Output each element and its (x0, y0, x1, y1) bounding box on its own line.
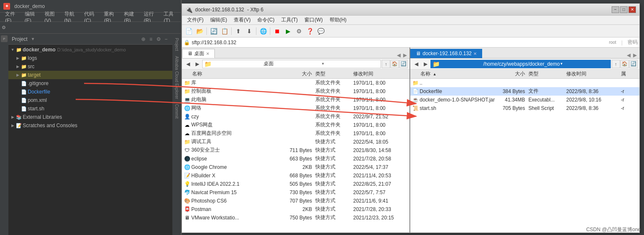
local-col-type[interactable]: 类型 (315, 70, 353, 77)
remote-col-name[interactable]: 名称 ▲ (412, 70, 495, 77)
remote-nav-forward[interactable]: ▶ (421, 60, 430, 68)
remote-file-row[interactable]: 📁 .. (410, 79, 639, 87)
xftp-minimize-button[interactable]: − (612, 6, 619, 13)
xftp-address-input[interactable] (192, 40, 607, 45)
remote-col-date[interactable]: 修改时间 (566, 70, 621, 77)
xftp-remote-tab[interactable]: 🖥 docker-192.168.0.132 ✕ (410, 49, 482, 58)
xftp-local-tab-left-arrow[interactable]: ◀ (396, 52, 401, 58)
toolbar-icon1[interactable]: ⚙ (2, 25, 6, 30)
toolbar-btn-copy[interactable]: 📋 (219, 27, 230, 36)
xftp-menu-file[interactable]: 文件(F) (184, 16, 207, 24)
xftp-local-tab-right-arrow[interactable]: ▶ (402, 52, 408, 58)
remote-action-home[interactable]: 🏠 (620, 60, 629, 68)
tree-item-root[interactable]: ▼ 📁 docker_demo D:\idea_java_study\docke… (8, 45, 172, 54)
tree-item-startsh[interactable]: 📄 start.sh (8, 104, 172, 113)
xftp-maximize-button[interactable]: □ (620, 6, 628, 13)
tree-item-src[interactable]: ▶ 📁 src (8, 62, 172, 71)
project-dropdown-arrow[interactable]: ▼ (31, 37, 35, 41)
local-nav-back[interactable]: ◀ (184, 60, 192, 68)
local-file-row[interactable]: 🎨 Photoshop CS6 707 Bytes 快捷方式 2021/11/6… (182, 197, 409, 205)
local-file-row[interactable]: 👤 czy 系统文件夹 2022/9/7, 21:52 (182, 112, 409, 121)
local-file-row[interactable]: 📁 库 系统文件夹 1970/1/1, 8:00 (182, 79, 409, 87)
toolbar-btn-msg[interactable]: 💬 (316, 27, 326, 36)
local-file-row[interactable]: ☁ 百度网盘同步空间 系统文件夹 1970/1/1, 8:00 (182, 129, 409, 138)
tree-item-external[interactable]: ▶ 📚 External Libraries (8, 113, 172, 121)
remote-action-refresh[interactable]: 🔄 (629, 60, 638, 68)
project-settings-icon[interactable]: ⚙ (156, 36, 161, 42)
toolbar-btn-globe[interactable]: 🌐 (258, 27, 268, 36)
project-locate-icon[interactable]: ⊕ (140, 36, 146, 42)
local-col-size[interactable]: 大小 (282, 70, 315, 77)
toolbar-btn-upload[interactable]: ⬆ (233, 27, 243, 36)
local-file-row[interactable]: 💡 IntelliJ IDEA 2022.2.1 505 Bytes 快捷方式 … (182, 180, 409, 188)
remote-path-dropdown[interactable]: 📁 /home/czy/webapps/docker_demo ▼ (430, 60, 611, 68)
tree-item-scratches[interactable]: ▶ 📝 Scratches and Consoles (8, 121, 172, 130)
tree-item-target[interactable]: ▶ 📁 target (8, 71, 172, 79)
ide-sidebar-icons: P (0, 34, 8, 235)
tree-item-pom[interactable]: 📄 pom.xml (8, 96, 172, 104)
remote-file-row[interactable]: 📄 Dockerfile 384 Bytes 文件 2022/9/8, 8:36… (410, 87, 639, 96)
remote-action-up[interactable]: ↑ (612, 60, 620, 68)
local-path-dropdown[interactable]: 📁 桌面 ▼ (202, 60, 381, 68)
local-nav-forward[interactable]: ▶ (193, 60, 201, 68)
toolbar-btn-refresh[interactable]: 🔄 (209, 27, 219, 36)
xftp-menu-view[interactable]: 查看(V) (230, 16, 254, 24)
xftp-menu-command[interactable]: 命令(C) (254, 16, 278, 24)
tree-item-logs[interactable]: ▶ 📁 logs (8, 54, 172, 62)
xftp-local-tab[interactable]: 🖥 桌面 ✕ (182, 49, 215, 58)
remote-col-attr[interactable]: 属 (621, 70, 638, 77)
sidebar-tab-project[interactable]: Project (174, 35, 180, 53)
local-file-row[interactable]: 🐬 Navicat Premium 15 730 Bytes 快捷方式 2022… (182, 188, 409, 197)
remote-nav-back[interactable]: ◀ (412, 60, 420, 68)
toolbar-btn-green[interactable]: ▶ (283, 27, 293, 36)
xftp-menu-tools[interactable]: 工具(T) (278, 16, 301, 24)
xftp-menu-edit[interactable]: 编辑(E) (207, 16, 230, 24)
xftp-menu-window[interactable]: 窗口(W) (301, 16, 326, 24)
toolbar-btn-download[interactable]: ⬇ (244, 27, 254, 36)
remote-file-row[interactable]: 📜 start.sh 705 Bytes Shell Script 2022/9… (410, 104, 639, 112)
local-file-row[interactable]: 🌑 eclipse 663 Bytes 快捷方式 2021/7/28, 20:5… (182, 155, 409, 163)
xftp-remote-tab-right-arrow[interactable]: ▶ (632, 52, 638, 58)
toolbar-btn-settings[interactable]: ⚙ (294, 27, 304, 36)
local-action-up[interactable]: ↑ (382, 60, 390, 68)
sidebar-icon-project[interactable]: P (1, 35, 8, 42)
tree-item-dockerfile[interactable]: 📄 Dockerfile (8, 88, 172, 96)
local-action-refresh[interactable]: 🔄 (399, 60, 408, 68)
local-col-date[interactable]: 修改时间 (353, 70, 408, 77)
xftp-remote-tab-left-arrow[interactable]: ◀ (626, 52, 631, 58)
local-file-size: 2KB (282, 206, 315, 212)
local-action-home[interactable]: 🏠 (391, 60, 399, 68)
remote-file-row[interactable]: ☕ docker_demo-1.0-SNAPSHOT.jar 41.34MB E… (410, 96, 639, 104)
xftp-local-file-list: 📁 库 系统文件夹 1970/1/1, 8:00 📁 控制面板 系统文件夹 19… (182, 79, 409, 232)
local-file-row[interactable]: 🌐 网络 系统文件夹 1970/1/1, 8:00 (182, 104, 409, 112)
toolbar-btn-help[interactable]: ❓ (305, 27, 315, 36)
remote-col-name-text: 名称 (420, 71, 430, 77)
local-file-row[interactable]: 💻 此电脑 系统文件夹 1970/1/1, 8:00 (182, 96, 409, 104)
sidebar-tab-commit[interactable]: Commit (174, 101, 180, 121)
local-file-row[interactable]: 📁 调试工具 快捷方式 2022/5/4, 18:05 (182, 138, 409, 146)
sidebar-tab-alibaba[interactable]: Alibaba Cloud Explorer (174, 53, 180, 101)
local-file-row[interactable]: 📮 Postman 2KB 快捷方式 2021/7/28, 20:33 (182, 205, 409, 214)
local-file-row[interactable]: ☁ WPS网盘 系统文件夹 1970/1/1, 8:00 (182, 121, 409, 129)
project-collapse-icon[interactable]: ≡ (148, 36, 154, 42)
toolbar-btn-open[interactable]: 📂 (195, 27, 205, 36)
local-file-row[interactable]: 🖥 VMware Workstatio... 750 Bytes 快捷方式 20… (182, 214, 409, 222)
xftp-local-tab-close[interactable]: ✕ (206, 51, 209, 56)
local-file-size: 707 Bytes (282, 198, 315, 204)
xftp-remote-tab-close[interactable]: ✕ (473, 51, 477, 56)
local-file-row[interactable]: 📝 HBuilder X 668 Bytes 快捷方式 2021/11/4, 2… (182, 171, 409, 180)
remote-col-size[interactable]: 大小 (495, 70, 528, 77)
xftp-menu-help[interactable]: 帮助(H) (326, 16, 350, 24)
project-close-icon[interactable]: − (163, 36, 169, 42)
local-file-row[interactable]: 📁 控制面板 系统文件夹 1970/1/1, 8:00 (182, 87, 409, 96)
tree-item-gitignore[interactable]: 📄 .gitignore (8, 79, 172, 88)
local-file-size: 505 Bytes (282, 181, 315, 187)
remote-col-type[interactable]: 类型 (528, 70, 566, 77)
xftp-close-button[interactable]: ✕ (628, 6, 636, 13)
toolbar-btn-stop[interactable]: ⏹ (272, 27, 282, 36)
toolbar-btn-new[interactable]: 📄 (184, 27, 194, 36)
local-file-row[interactable]: 🛡 360安全卫士 711 Bytes 快捷方式 2021/8/30, 14:5… (182, 146, 409, 155)
library-icon: 📚 (16, 114, 22, 120)
local-file-row[interactable]: 🌐 Google Chrome 2KB 快捷方式 2022/5/4, 17:37 (182, 163, 409, 171)
local-col-name[interactable]: 名称 (184, 70, 282, 77)
